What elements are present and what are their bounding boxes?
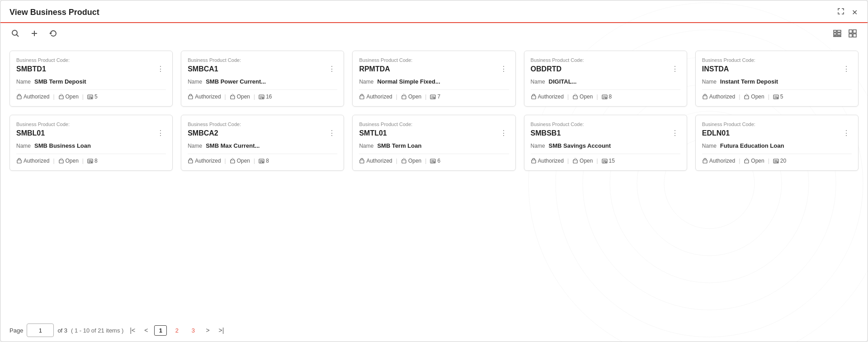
card-menu-button[interactable]: ⋮ [155, 65, 166, 74]
card-menu-button[interactable]: ⋮ [326, 65, 337, 74]
svg-rect-22 [88, 95, 93, 99]
first-page-button[interactable]: |< [127, 325, 138, 336]
card-footer: Authorized | Open | [188, 89, 337, 100]
page-title: View Business Product [9, 8, 99, 17]
card-code-row: SMTL01 ⋮ [359, 129, 509, 138]
page-input[interactable] [27, 323, 54, 337]
card-label: Business Product Code: [188, 122, 337, 127]
svg-rect-69 [573, 160, 577, 163]
list-view-button[interactable] [831, 28, 843, 42]
card-access: Open [744, 94, 764, 100]
card-name-row: Name DIGITAL... [531, 78, 680, 85]
page-2-button[interactable]: 2 [170, 325, 183, 336]
open-icon [572, 94, 578, 100]
authorized-icon [702, 158, 708, 164]
card-code-row: RPMTDA ⋮ [359, 65, 509, 74]
card-status: Authorized [531, 158, 564, 164]
prev-page-button[interactable]: < [142, 325, 151, 336]
cards-grid-row1: Business Product Code: SMBTD1 ⋮ Name SMB… [9, 51, 859, 107]
card-count: 5 [87, 94, 98, 100]
svg-rect-68 [532, 160, 536, 163]
svg-rect-76 [774, 159, 778, 163]
card-count: 7 [430, 94, 440, 100]
card-name-row: Name SMB Business Loan [16, 142, 166, 149]
authorized-icon [16, 94, 22, 100]
card-code-row: SMBSB1 ⋮ [531, 129, 680, 138]
svg-point-6 [12, 30, 17, 35]
card-status: Authorized [702, 94, 735, 100]
card-name-value: SMB Power Current... [206, 78, 266, 85]
card-label: Business Product Code: [188, 57, 337, 63]
open-icon [572, 158, 578, 164]
edit-icon [259, 94, 264, 100]
card-status: Authorized [188, 94, 221, 100]
product-card: Business Product Code: OBDRTD ⋮ Name DIG… [524, 51, 687, 107]
add-button[interactable] [28, 28, 40, 42]
card-menu-button[interactable]: ⋮ [841, 129, 852, 138]
svg-rect-40 [602, 95, 607, 99]
open-icon [744, 158, 750, 164]
svg-rect-27 [231, 96, 235, 99]
card-menu-button[interactable]: ⋮ [498, 65, 509, 74]
card-footer: Authorized | Open | [702, 89, 852, 100]
card-menu-button[interactable]: ⋮ [670, 129, 680, 138]
next-page-button[interactable]: > [203, 325, 212, 336]
edit-icon [430, 158, 436, 164]
authorized-icon [188, 158, 193, 164]
card-count: 20 [773, 158, 786, 164]
card-access: Open [401, 158, 421, 164]
svg-rect-18 [849, 34, 852, 37]
card-count: 5 [773, 94, 783, 100]
card-code-row: EDLN01 ⋮ [702, 129, 852, 138]
card-status: Authorized [16, 158, 49, 164]
svg-rect-20 [17, 96, 21, 99]
card-label: Business Product Code: [16, 122, 166, 127]
edit-icon [602, 158, 608, 164]
window-header: View Business Product ✕ [0, 0, 868, 23]
open-icon [58, 158, 64, 164]
last-page-button[interactable]: >| [216, 325, 227, 336]
product-card: Business Product Code: INSTDA ⋮ Name Ins… [695, 51, 859, 107]
refresh-button[interactable] [47, 28, 59, 42]
card-code: SMBL01 [16, 129, 45, 137]
authorized-icon [531, 158, 537, 164]
card-menu-button[interactable]: ⋮ [841, 65, 852, 74]
card-name-value: SMB Max Current... [206, 142, 259, 149]
card-count: 15 [602, 158, 615, 164]
edit-icon [87, 94, 93, 100]
card-menu-button[interactable]: ⋮ [498, 129, 509, 138]
card-menu-button[interactable]: ⋮ [670, 65, 680, 74]
card-code-row: SMBCA2 ⋮ [188, 129, 337, 138]
search-button[interactable] [9, 28, 21, 42]
main-window: View Business Product ✕ [0, 0, 868, 342]
card-code-row: SMBTD1 ⋮ [16, 65, 166, 74]
card-count: 8 [259, 158, 269, 164]
close-button[interactable]: ✕ [851, 7, 859, 18]
card-name-label: Name [359, 143, 373, 149]
card-name-value: Normal Simple Fixed... [377, 78, 440, 85]
svg-rect-46 [774, 95, 778, 99]
svg-rect-28 [259, 95, 264, 99]
svg-rect-39 [573, 96, 577, 99]
card-code: OBDRTD [531, 65, 561, 73]
card-name-label: Name [16, 143, 31, 149]
card-status: Authorized [702, 158, 735, 164]
card-name-row: Name Instant Term Deposit [702, 78, 852, 85]
resize-button[interactable] [836, 7, 845, 18]
card-menu-button[interactable]: ⋮ [155, 129, 166, 138]
card-name-label: Name [702, 143, 717, 149]
svg-rect-19 [853, 34, 856, 37]
card-code-row: SMBL01 ⋮ [16, 129, 166, 138]
page-1-button[interactable]: 1 [154, 325, 167, 336]
page-3-button[interactable]: 3 [187, 325, 199, 336]
svg-rect-70 [602, 159, 607, 163]
card-menu-button[interactable]: ⋮ [326, 129, 337, 138]
card-status: Authorized [359, 158, 392, 164]
svg-rect-10 [834, 30, 836, 32]
card-label: Business Product Code: [531, 57, 680, 63]
card-access: Open [572, 94, 593, 100]
authorized-icon [359, 94, 365, 100]
grid-view-button[interactable] [847, 28, 859, 42]
card-code: EDLN01 [702, 129, 730, 137]
card-label: Business Product Code: [359, 122, 509, 127]
